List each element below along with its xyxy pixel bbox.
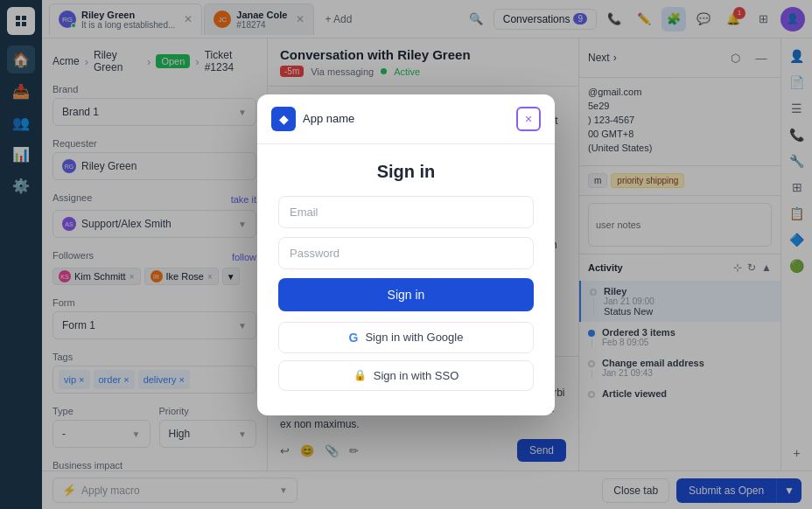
lock-icon: 🔒 [354,369,367,381]
signin-modal: ◆ App name × Sign in Sign in G Sign in w… [257,94,555,415]
modal-close-button[interactable]: × [516,107,541,131]
signin-button[interactable]: Sign in [278,278,534,311]
modal-header: ◆ App name × [257,94,555,144]
sso-signin-button[interactable]: 🔒 Sign in with SSO [278,360,534,391]
modal-overlay[interactable]: ◆ App name × Sign in Sign in G Sign in w… [0,0,812,509]
google-icon: G [349,331,359,345]
modal-body: Sign in Sign in G Sign in with Google 🔒 … [257,144,555,415]
email-input[interactable] [278,196,534,228]
signin-title: Sign in [278,162,534,182]
password-input[interactable] [278,237,534,269]
modal-app-icon: ◆ [271,107,296,131]
modal-app-name: App name [303,112,354,125]
google-signin-button[interactable]: G Sign in with Google [278,322,534,353]
